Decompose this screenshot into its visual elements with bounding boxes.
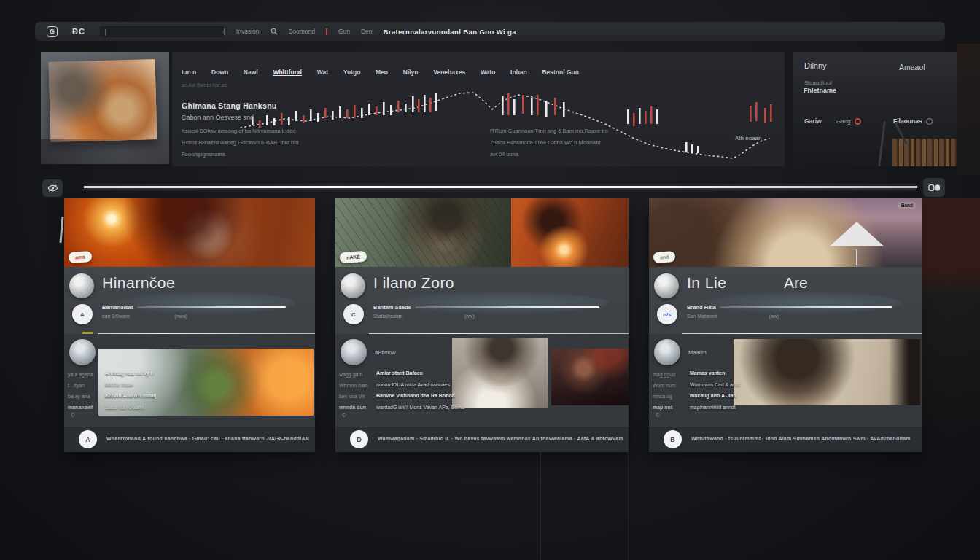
card3-footer-avatar[interactable]: B [664, 430, 682, 448]
artwork-shadow [41, 139, 169, 164]
copyright-icon: © [342, 412, 346, 419]
menu-item-den[interactable]: Den [361, 28, 373, 35]
progress-sublabel: San Matarant [687, 314, 718, 319]
card3-badge: and [653, 251, 676, 263]
card1-header: Hinarnčoe A Bamandisat can 1/0ware (nwa) [64, 267, 315, 334]
card2-progress-row: Bantam Saade [373, 304, 599, 311]
card2-badge: nAKÉ [340, 251, 368, 264]
background-artifact [540, 452, 541, 560]
menu-item-gun[interactable]: Gun [338, 28, 350, 35]
progress-label: Bantam Saade [373, 304, 411, 311]
card3-hero-image[interactable] [649, 198, 922, 267]
card3-body-text: Mamas vanten Wommum Cad & anm mncaug ann… [690, 368, 847, 413]
record-dot-icon [855, 118, 861, 125]
chart-heading: Ghimana Stang Hanksnu [182, 101, 277, 110]
card3-body-label: Maaien [688, 349, 707, 356]
card3-title: In Lie [687, 274, 726, 292]
chart-paragraph-left: Ksucal BOhav amsong of ba Nd vumana L:do… [182, 125, 483, 160]
background-artifact [628, 452, 629, 560]
artwork-image [49, 59, 158, 142]
progress-sublabel: can 1/0ware [102, 314, 130, 319]
panel-stat-3[interactable]: Filaounas [893, 117, 933, 125]
card2-avatar[interactable] [341, 273, 365, 298]
card2-body: aBfimow wagg gam Whmnn nam ben voa Vn wn… [335, 334, 629, 427]
card2-footer-text: Wamwagadam · Smamblo µ. · Wh havas tavwa… [378, 436, 623, 441]
card2-title: I ilano Zoro [373, 274, 454, 292]
app-icon-dc[interactable]: ĐC [72, 27, 85, 36]
layout-toggle-button[interactable] [923, 178, 945, 197]
card1-body-avatar[interactable] [69, 339, 96, 365]
background-artifact [922, 198, 980, 452]
card2-footer: D Wamwagadam · Smamblo µ. · Wh havas tav… [335, 427, 629, 452]
search-icon[interactable] [271, 28, 278, 35]
card1-meta-column: ya a agana t. ./tyan be ay ana mananawt [68, 369, 103, 413]
background-artifact [957, 44, 980, 175]
menu-item-boomond[interactable]: Boomond [289, 28, 315, 35]
card1-avatar[interactable] [69, 273, 94, 298]
card1-body-text: Annaug mat du vy n 6000a Voua a23Wn/Aou … [105, 368, 262, 413]
card2-body-avatar[interactable] [341, 339, 367, 365]
card3-meta-column: mag gguo Wom num mnca ug map nnt [653, 369, 688, 413]
card3-footer: B Whtutbwand · tsuuntmmmt · ldnd Alam Sm… [649, 427, 922, 452]
eye-off-icon [47, 184, 58, 192]
card1-hero-image[interactable] [64, 198, 315, 267]
card3-progress-row: Brand Hata [687, 304, 892, 311]
progress-bar [137, 306, 286, 308]
card3-header: In Lie Are n/s Brand Hata San Matarant (… [649, 267, 922, 334]
card2-body-text: Amlar stant Bafaeo nonnu IDUA mlda Avad … [376, 368, 533, 413]
card3-footer-text: Whtutbwand · tsuuntmmmt · ldnd Alam Smma… [691, 436, 916, 441]
card3-avatar[interactable] [654, 273, 679, 298]
card3-body: Maaien mag gguo Wom num mnca ug map nnt … [649, 334, 922, 427]
card2-footer-avatar[interactable]: D [350, 430, 368, 448]
card1-badge: ama [69, 251, 93, 263]
card2-hero-image[interactable] [335, 198, 629, 267]
content-card-3[interactable]: Band and In Lie Are n/s Brand Hata San M… [649, 198, 922, 452]
progress-bar [720, 306, 892, 308]
copyright-icon: © [71, 412, 75, 419]
address-input[interactable] [100, 26, 224, 37]
card3-body-avatar[interactable] [654, 339, 680, 365]
progress-value: (aw) [769, 314, 779, 319]
content-card-2[interactable]: nAKÉ I ilano Zoro C Bantam Saade Statlal… [335, 198, 629, 452]
artwork-thumbnail[interactable] [41, 52, 169, 164]
panel-title-right: Amaaol [899, 63, 925, 71]
panel-subtitle: Sloaudtool [804, 79, 832, 86]
panel-title: Dilnny [804, 61, 827, 70]
hide-preview-button[interactable] [42, 179, 63, 197]
card2-meta-column: wagg gam Whmnn nam ben voa Vn wnnda dun [339, 369, 374, 413]
umbrella-pole [856, 249, 858, 265]
card2-body-label: aBfimow [375, 349, 396, 356]
progress-sublabel: Statlalhsatan [373, 314, 402, 319]
toggle-icon [928, 184, 941, 192]
divider-line [84, 186, 917, 188]
progress-value: (nw) [464, 314, 475, 319]
content-card-1[interactable]: ama Hinarnčoe A Bamandisat can 1/0ware (… [64, 198, 315, 452]
menu-item-invasion[interactable]: Invasion [236, 28, 260, 35]
lamp-silhouette [878, 121, 886, 166]
card2-progress-icon: C [343, 304, 364, 324]
card1-progress-icon: A [72, 304, 93, 324]
card1-body: ya a agana t. ./tyan be ay ana mananawt … [64, 334, 315, 427]
menu-item-0[interactable]: ( [223, 28, 225, 35]
chart-subheading: Cabon ann Oesvese snd [182, 114, 254, 121]
browser-menu: ( Invasion Boomond Gun Den Braternnalarv… [223, 28, 516, 36]
copyright-icon: © [656, 412, 660, 419]
background-artifact [59, 217, 63, 243]
window-title: Braternnalarvuoodanl Ban Goo Wi ga [384, 28, 516, 36]
circle-icon [926, 118, 933, 125]
panel-stat-1[interactable]: Gariw [804, 117, 822, 125]
card3-title-2: Are [784, 274, 808, 292]
red-indicator [326, 28, 327, 35]
card3-hero-tag: Band [898, 202, 916, 209]
panel-stat-2[interactable]: Gang [836, 118, 861, 125]
progress-bar [415, 306, 599, 308]
card2-hero-right [511, 198, 629, 267]
app-icon-g[interactable]: G [47, 26, 58, 37]
card1-footer-avatar[interactable]: A [79, 430, 97, 448]
card3-progress-icon: n/s [657, 304, 677, 324]
progress-value: (nwa) [174, 314, 187, 319]
panel-filename: Fhletname [804, 87, 836, 94]
card2-inline-image-2[interactable] [551, 349, 629, 405]
market-panel: Iun n Down Nawl Whlttfund Wat Yutgo Meo … [172, 52, 785, 166]
card1-footer-text: Whanttonand.A round nandhwa · Gmau: cau … [106, 436, 309, 441]
